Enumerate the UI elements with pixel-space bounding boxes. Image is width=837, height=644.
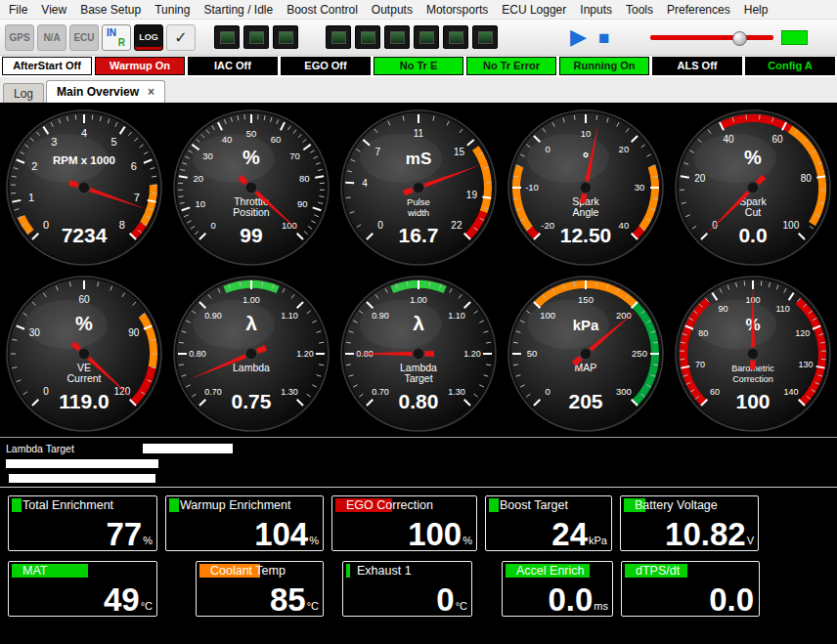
confirm-button[interactable]: ✓ xyxy=(166,24,196,51)
readout-warmup-enrichment[interactable]: Warmup Enrichment104% xyxy=(165,495,324,551)
svg-text:110: 110 xyxy=(776,304,790,314)
readout-dtps-dt[interactable]: dTPS/dt0.0 xyxy=(621,561,760,617)
readout-value-row: 49°C xyxy=(104,584,153,615)
indicator-iac[interactable]: IAC Off xyxy=(188,57,278,75)
gauge-spark-cut[interactable]: 020406080100%SparkCut0.0 xyxy=(672,107,834,269)
indicator-config-a[interactable]: Config A xyxy=(745,57,835,75)
toolbar-slider[interactable] xyxy=(650,27,773,47)
iac-table-icon[interactable] xyxy=(443,25,468,49)
gauge-map[interactable]: 050100150200250300kPaMAP205 xyxy=(505,273,667,435)
svg-text:80: 80 xyxy=(699,328,709,338)
svg-text:%: % xyxy=(242,147,260,168)
dyno-view-icon[interactable] xyxy=(273,25,298,49)
menu-motorsports[interactable]: Motorsports xyxy=(419,1,495,19)
stop-button[interactable]: ■ xyxy=(598,28,609,47)
menu-view[interactable]: View xyxy=(34,1,73,19)
indicator-running[interactable]: Running On xyxy=(559,57,649,75)
gps-button[interactable]: GPS xyxy=(5,24,34,51)
gauge-ve-current[interactable]: 0306090120%VECurrent119.0 xyxy=(3,273,165,435)
svg-text:1.20: 1.20 xyxy=(296,349,314,359)
menu-tuning[interactable]: Tuning xyxy=(148,1,197,19)
menu-tools[interactable]: Tools xyxy=(619,1,660,19)
toolbar-icon-group xyxy=(214,25,502,49)
readout-unit: % xyxy=(309,535,319,549)
svg-text:1.30: 1.30 xyxy=(281,387,298,397)
readout-unit: kPa xyxy=(589,535,607,549)
readout-value-row: 77% xyxy=(107,519,154,549)
readout-battery-voltage[interactable]: Battery Voltage10.82V xyxy=(620,495,759,551)
readout-boost-target[interactable]: Boost Target24kPa xyxy=(485,495,612,551)
readout-total-enrichment[interactable]: Total Enrichment77% xyxy=(8,495,157,551)
gauge-pulse-width[interactable]: 04711151922mSPulsewidth16.7 xyxy=(337,107,500,269)
tab-log[interactable]: Log xyxy=(3,83,44,103)
menu-boost-control[interactable]: Boost Control xyxy=(280,1,365,19)
menu-starting-idle[interactable]: Starting / Idle xyxy=(197,1,280,19)
ign-table-icon-glyph xyxy=(419,31,434,44)
svg-text:22: 22 xyxy=(451,220,463,231)
ign-table-icon[interactable] xyxy=(414,25,439,49)
in-r-button[interactable]: IN R xyxy=(102,24,131,51)
ecu-button[interactable]: ECU xyxy=(69,24,99,51)
readout-title: EGO Correction xyxy=(334,498,474,513)
readout-value-row: 0.0ms xyxy=(548,584,608,615)
gauge-lambda-target[interactable]: 0.700.800.901.001.101.201.30λLambdaTarge… xyxy=(337,273,500,435)
log-button[interactable]: LOG xyxy=(134,24,163,51)
svg-text:19: 19 xyxy=(466,190,478,200)
svg-text:Correction: Correction xyxy=(733,374,774,384)
readout-accel-enrich[interactable]: Accel Enrich0.0ms xyxy=(502,561,613,617)
readout-title: dTPS/dt xyxy=(624,564,757,579)
indicator-no-tr-error[interactable]: No Tr Error xyxy=(466,57,556,75)
svg-text:90: 90 xyxy=(719,304,728,314)
gauge-rpm[interactable]: 012345678RPM x 10007234 xyxy=(3,107,165,269)
gauge-barometric-correction[interactable]: 60708090100110120130140%BarometricCorrec… xyxy=(672,273,834,435)
svg-text:Cut: Cut xyxy=(745,206,761,218)
readout-value-row: 100% xyxy=(408,519,472,549)
r-label: R xyxy=(118,37,125,48)
gauge-throttle-position[interactable]: 0102030405060708090100%ThrottlePosition9… xyxy=(170,107,332,269)
svg-text:50: 50 xyxy=(245,128,256,139)
svg-text:0.80: 0.80 xyxy=(189,349,206,359)
gauge-lambda[interactable]: 0.700.800.901.001.101.201.30λLambda0.75 xyxy=(170,273,332,435)
tab-main-overview[interactable]: Main Overview × xyxy=(46,80,165,103)
readout-value-row: 10.82V xyxy=(665,519,754,549)
indicator-panel: AfterStart OffWarmup OnIAC OffEGO OffNo … xyxy=(0,56,837,77)
afr-table-icon-glyph xyxy=(390,31,405,44)
na-button[interactable]: N/A xyxy=(37,24,66,51)
play-button[interactable]: ▶ xyxy=(570,26,587,48)
graph-view-icon[interactable] xyxy=(243,25,269,49)
gauge-spark-angle[interactable]: -20-10010203040°SparkAngle12.50 xyxy=(505,107,667,269)
readout-mat[interactable]: MAT49°C xyxy=(8,561,157,617)
menu-inputs[interactable]: Inputs xyxy=(573,1,619,19)
indicator-afterstart[interactable]: AfterStart Off xyxy=(2,57,92,75)
menu-base-setup[interactable]: Base Setup xyxy=(73,1,148,19)
svg-text:0.70: 0.70 xyxy=(372,387,389,397)
log-view-icon[interactable] xyxy=(472,25,498,49)
indicator-warmup[interactable]: Warmup On xyxy=(95,57,185,75)
menu-ecu-logger[interactable]: ECU Logger xyxy=(495,1,573,19)
menu-file[interactable]: File xyxy=(2,1,34,19)
svg-text:140: 140 xyxy=(784,387,799,397)
readout-ego-correction[interactable]: EGO Correction100% xyxy=(331,495,477,551)
gauge-cluster-icon[interactable] xyxy=(214,25,240,49)
iac-table-icon-glyph xyxy=(449,31,463,44)
readout-label: Boost Target xyxy=(488,498,568,512)
menu-outputs[interactable]: Outputs xyxy=(365,1,419,19)
svg-text:40: 40 xyxy=(724,134,735,145)
svg-text:4: 4 xyxy=(81,127,87,139)
afr-table-icon[interactable] xyxy=(384,25,410,49)
menu-help[interactable]: Help xyxy=(737,1,775,19)
close-icon[interactable]: × xyxy=(148,86,154,98)
indicator-no-tr-e[interactable]: No Tr E xyxy=(374,57,463,75)
readout-exhaust-1[interactable]: Exhaust 10°C xyxy=(342,561,472,617)
readout-panel: Total Enrichment77%Warmup Enrichment104%… xyxy=(0,488,837,617)
readout-coolant-temp[interactable]: Coolant Temp85°C xyxy=(196,561,324,617)
ve-table-icon[interactable] xyxy=(355,25,380,49)
readout-unit: V xyxy=(747,535,754,549)
tune-3d-icon[interactable] xyxy=(326,25,351,49)
log-label: LOG xyxy=(139,32,158,42)
indicator-ego[interactable]: EGO Off xyxy=(281,57,371,75)
menu-preferences[interactable]: Preferences xyxy=(660,1,737,19)
slider-handle[interactable] xyxy=(732,31,747,46)
indicator-als[interactable]: ALS Off xyxy=(652,57,742,75)
gauge-value: 205 xyxy=(569,390,603,412)
